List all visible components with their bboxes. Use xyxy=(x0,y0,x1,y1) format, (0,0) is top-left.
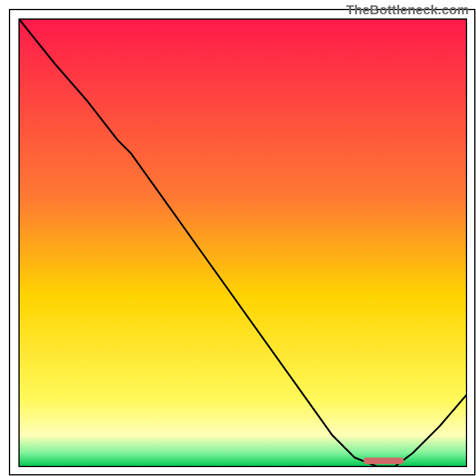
bottleneck-chart xyxy=(0,0,476,476)
optimal-marker xyxy=(364,458,404,464)
chart-frame: TheBottleneck.com xyxy=(0,0,476,476)
watermark-text: TheBottleneck.com xyxy=(346,2,469,18)
plot-area xyxy=(19,19,466,466)
